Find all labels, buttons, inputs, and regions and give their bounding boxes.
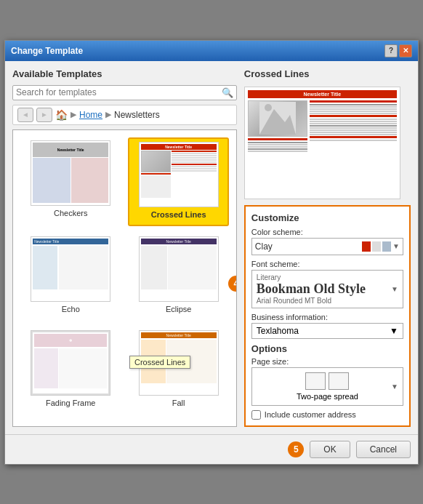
biz-dropdown-arrow: ▼ bbox=[390, 326, 398, 336]
biz-info-select[interactable]: Texlahoma ▼ bbox=[251, 323, 403, 339]
preview-red-line4 bbox=[310, 136, 397, 138]
step5-badge: 5 bbox=[288, 441, 304, 457]
nav-current: Newsletters bbox=[114, 110, 160, 120]
preview-image bbox=[248, 100, 307, 137]
back-button[interactable]: ◄ bbox=[17, 108, 33, 122]
template-item-eclipse[interactable]: Newsletter Title Eclipse bbox=[128, 233, 228, 320]
fall-label: Fall bbox=[172, 399, 185, 407]
eclipse-thumbnail: Newsletter Title bbox=[139, 236, 219, 302]
preview-red-line2 bbox=[310, 100, 397, 103]
customize-box: Customize Color scheme: Clay ▼ bbox=[244, 205, 411, 427]
fading-frame-label: Fading Frame bbox=[46, 399, 95, 407]
search-input[interactable] bbox=[16, 87, 222, 97]
title-bar: Change Template ? ✕ bbox=[5, 41, 418, 61]
title-bar-buttons: ? ✕ bbox=[384, 44, 412, 57]
preview-right-col bbox=[310, 100, 397, 153]
left-panel-title: Available Templates bbox=[12, 68, 237, 79]
font-scheme-category: Literary bbox=[257, 273, 398, 281]
options-title: Options bbox=[251, 343, 403, 354]
preview-left-col bbox=[248, 100, 307, 153]
include-address-checkbox[interactable] bbox=[251, 410, 261, 420]
page-sheet-2 bbox=[329, 372, 349, 390]
template-item-crossed-lines[interactable]: Newsletter Title bbox=[128, 137, 228, 227]
page-size-label: Page size: bbox=[251, 357, 403, 366]
nav-separator: ▶ bbox=[70, 110, 76, 119]
template-item-fall[interactable]: Newsletter Title Fall bbox=[128, 327, 228, 414]
crossed-lines-label: Crossed Lines bbox=[151, 210, 206, 219]
preview-red-line3 bbox=[310, 115, 397, 117]
cancel-button[interactable]: Cancel bbox=[356, 441, 411, 458]
window-title: Change Template bbox=[11, 46, 83, 56]
swatch-gray bbox=[372, 241, 381, 252]
template-item-echo[interactable]: Newsletter Title Echo bbox=[20, 233, 121, 320]
color-scheme-value: Clay bbox=[255, 241, 273, 252]
color-scheme-label: Color scheme: bbox=[251, 228, 403, 236]
page-sheet-1 bbox=[305, 372, 326, 390]
color-dropdown-arrow: ▼ bbox=[392, 242, 400, 250]
include-address-label: Include customer address bbox=[265, 410, 356, 419]
preview-header: Newsletter Title bbox=[248, 90, 397, 98]
echo-label: Echo bbox=[62, 305, 80, 313]
template-item-checkers[interactable]: Newsletter Title Checkers bbox=[20, 137, 121, 227]
swatch-red bbox=[362, 241, 371, 252]
swatch-blue bbox=[382, 241, 391, 252]
page-size-arrow: ▼ bbox=[391, 383, 398, 391]
nav-separator2: ▶ bbox=[105, 110, 111, 119]
page-size-value: Two-page spread bbox=[297, 392, 358, 401]
large-preview-box: Newsletter Title bbox=[244, 87, 400, 199]
page-size-icon bbox=[305, 372, 349, 390]
left-panel: Available Templates 🔍 ◄ ► 🏠 ▶ Home ▶ New… bbox=[12, 68, 237, 427]
nav-home-link[interactable]: Home bbox=[79, 110, 102, 120]
checkers-label: Checkers bbox=[54, 209, 87, 217]
eclipse-label: Eclipse bbox=[166, 305, 191, 313]
template-grid-container: Newsletter Title Checkers bbox=[12, 129, 237, 427]
page-size-select[interactable]: Two-page spread ▼ bbox=[251, 367, 403, 406]
crossed-lines-thumbnail: Newsletter Title bbox=[139, 142, 219, 207]
template-item-fading-frame[interactable]: ❄ Fading Frame bbox=[20, 327, 121, 414]
color-scheme-row: Clay ▼ bbox=[251, 238, 403, 255]
right-panel-title: Crossed Lines bbox=[244, 68, 411, 79]
preview-red-line bbox=[248, 138, 307, 140]
template-grid: Newsletter Title Checkers bbox=[13, 130, 236, 421]
tooltip-crossed-lines: Crossed Lines bbox=[129, 356, 190, 369]
large-preview: Newsletter Title bbox=[245, 87, 400, 199]
close-button[interactable]: ✕ bbox=[399, 44, 412, 57]
font-scheme-label: Font scheme: bbox=[251, 260, 403, 268]
font-dropdown-arrow: ▼ bbox=[391, 285, 398, 293]
biz-info-value: Texlahoma bbox=[257, 326, 299, 336]
include-address-row: Include customer address bbox=[251, 410, 403, 420]
biz-info-label: Business information: bbox=[251, 313, 403, 321]
preview-body bbox=[248, 100, 397, 153]
right-panel: Crossed Lines Newsletter Title bbox=[237, 68, 411, 427]
font-scheme-primary: Bookman Old Style bbox=[257, 281, 398, 297]
window-body: Available Templates 🔍 ◄ ► 🏠 ▶ Home ▶ New… bbox=[5, 61, 418, 434]
echo-thumbnail: Newsletter Title bbox=[31, 236, 110, 302]
fading-frame-thumbnail: ❄ bbox=[31, 330, 110, 396]
forward-button[interactable]: ► bbox=[36, 108, 52, 122]
home-icon[interactable]: 🏠 bbox=[55, 109, 68, 121]
help-button[interactable]: ? bbox=[384, 44, 398, 57]
svg-point-1 bbox=[265, 104, 272, 111]
font-scheme-select[interactable]: Literary Bookman Old Style Arial Rounded… bbox=[251, 270, 403, 308]
customize-title: Customize bbox=[251, 212, 403, 223]
ok-button[interactable]: OK bbox=[310, 441, 350, 458]
nav-bar: ◄ ► 🏠 ▶ Home ▶ Newsletters bbox=[12, 105, 237, 125]
color-swatches: ▼ bbox=[362, 241, 400, 252]
search-icon: 🔍 bbox=[222, 87, 233, 98]
font-scheme-secondary: Arial Rounded MT Bold bbox=[257, 297, 398, 305]
change-template-window: Change Template ? ✕ Available Templates … bbox=[4, 40, 419, 465]
checkers-thumbnail: Newsletter Title bbox=[31, 140, 110, 206]
footer-bar: 5 OK Cancel bbox=[5, 434, 418, 464]
color-scheme-select[interactable]: Clay ▼ bbox=[251, 238, 403, 255]
search-box: 🔍 bbox=[12, 85, 237, 100]
